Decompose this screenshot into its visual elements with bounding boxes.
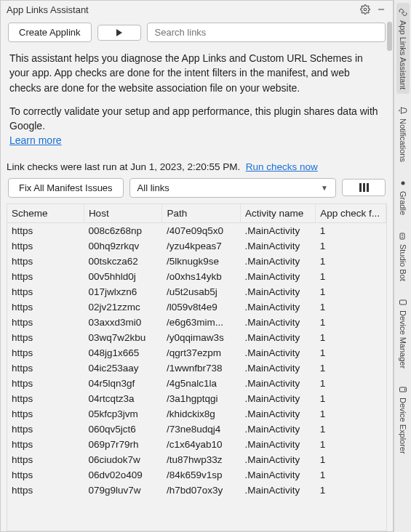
table-row[interactable]: https048jg1x665/qgrt37ezpm.MainActivity1 (7, 345, 386, 360)
gradle-icon (398, 178, 408, 188)
links-filter-select[interactable]: All links ▼ (129, 178, 336, 198)
search-input[interactable] (155, 27, 378, 38)
links-table: Scheme Host Path Activity name App check… (7, 204, 386, 498)
cell-path: /73ne8udqj4 (162, 422, 241, 437)
cell-check: 1 (316, 299, 386, 315)
cell-path: /tu87hwp33z (162, 452, 241, 467)
cell-scheme: https (7, 222, 84, 238)
cell-activity: .MainActivity (240, 422, 315, 437)
cell-host: 03axxd3mi0 (84, 315, 162, 330)
table-row[interactable]: https069p7r79rh/c1x64yab10.MainActivity1 (7, 437, 386, 452)
cell-scheme: https (7, 299, 84, 315)
col-scheme[interactable]: Scheme (7, 204, 84, 223)
cell-scheme: https (7, 437, 84, 452)
cell-activity: .MainActivity (240, 315, 315, 330)
rail-device-manager[interactable]: Device Manager (396, 293, 410, 373)
col-host[interactable]: Host (84, 204, 162, 223)
cell-check: 1 (316, 269, 386, 284)
titlebar: App Links Assistant (1, 1, 393, 18)
cell-host: 03wq7w2kbu (84, 330, 162, 345)
learn-more-link[interactable]: Learn more (9, 134, 62, 146)
run-checks-link[interactable]: Run checks now (246, 161, 318, 172)
cell-host: 017jwlxzn6 (84, 284, 162, 299)
table-row[interactable]: https00v5hhld0j/o0xhs14ykb.MainActivity1 (7, 269, 386, 284)
fix-manifest-button[interactable]: Fix All Manifest Issues (8, 178, 124, 198)
table-row[interactable]: https00hq9zrkqv/yzu4kpeas7.MainActivity1 (7, 238, 386, 254)
cell-scheme: https (7, 330, 84, 345)
run-button[interactable] (97, 25, 141, 41)
table-row[interactable]: https03axxd3mi0/e6g63mim....MainActivity… (7, 315, 386, 330)
cell-path: /e6g63mim... (162, 315, 241, 330)
cell-scheme: https (7, 345, 84, 360)
cell-check: 1 (316, 360, 386, 376)
columns-button[interactable] (342, 179, 386, 196)
svg-point-4 (402, 235, 402, 235)
description-block: This assistant helps you diagnose the Ap… (1, 47, 393, 157)
devices-icon (398, 297, 408, 307)
rail-label: Notifications (399, 118, 407, 162)
cell-host: 048jg1x665 (84, 345, 162, 360)
cell-check: 1 (316, 376, 386, 391)
table-row[interactable]: https00tskcza62/5lknugk9se.MainActivity1 (7, 254, 386, 269)
cell-path: /y0qqimaw3s (162, 330, 241, 345)
rail-studio-bot[interactable]: Studio Bot (396, 227, 410, 286)
table-row[interactable]: https060qv5jct6/73ne8udqj4.MainActivity1 (7, 422, 386, 437)
cell-check: 1 (316, 345, 386, 360)
cell-check: 1 (316, 238, 386, 254)
cell-scheme: https (7, 467, 84, 483)
table-row[interactable]: https03wq7w2kbu/y0qqimaw3s.MainActivity1 (7, 330, 386, 345)
rail-gradle[interactable]: Gradle (396, 174, 410, 219)
col-path[interactable]: Path (162, 204, 241, 223)
cell-path: /1wwnfbr738 (162, 360, 241, 376)
toolbar: Create Applink (1, 18, 393, 47)
scrollbar-thumb[interactable] (387, 22, 392, 51)
cell-activity: .MainActivity (240, 299, 315, 315)
table-row[interactable]: https02jv21zzmc/l059v8t4e9.MainActivity1 (7, 299, 386, 315)
minimize-icon[interactable] (375, 4, 387, 15)
rail-device-explorer[interactable]: Device Explorer (396, 380, 410, 459)
col-activity[interactable]: Activity name (240, 204, 315, 223)
cell-activity: .MainActivity (240, 254, 315, 269)
table-row[interactable]: https04ic253aay/1wwnfbr738.MainActivity1 (7, 360, 386, 376)
search-input-wrap[interactable] (147, 23, 386, 42)
cell-activity: .MainActivity (240, 330, 315, 345)
gear-icon[interactable] (359, 4, 371, 15)
cell-path: /h7bd07ox3y (162, 483, 241, 498)
cell-path: /khidckix8g (162, 406, 241, 422)
cell-host: 079g9luv7w (84, 483, 162, 498)
cell-scheme: https (7, 452, 84, 467)
cell-scheme: https (7, 422, 84, 437)
cell-host: 069p7r79rh (84, 437, 162, 452)
cell-activity: .MainActivity (240, 238, 315, 254)
cell-activity: .MainActivity (240, 376, 315, 391)
rail-notifications[interactable]: Notifications (396, 101, 410, 166)
table-header-row: Scheme Host Path Activity name App check… (7, 204, 386, 223)
table-row[interactable]: https008c6z68np/407e09q5x0.MainActivity1 (7, 222, 386, 238)
table-row[interactable]: https06dv02o409/84k659v1sp.MainActivity1 (7, 467, 386, 483)
rail-app-links[interactable]: App Links Assistant (396, 3, 410, 94)
cell-check: 1 (316, 284, 386, 299)
cell-scheme: https (7, 360, 84, 376)
cell-activity: .MainActivity (240, 452, 315, 467)
table-row[interactable]: https04r5lqn3gf/4g5nalc1la.MainActivity1 (7, 376, 386, 391)
cell-check: 1 (316, 391, 386, 406)
cell-host: 008c6z68np (84, 222, 162, 238)
cell-scheme: https (7, 254, 84, 269)
cell-host: 05kfcp3jvm (84, 406, 162, 422)
table-row[interactable]: https079g9luv7w/h7bd07ox3y.MainActivity1 (7, 483, 386, 498)
table-row[interactable]: https06ciudok7w/tu87hwp33z.MainActivity1 (7, 452, 386, 467)
col-app-check[interactable]: App check f... (316, 204, 386, 223)
cell-host: 00v5hhld0j (84, 269, 162, 284)
cell-path: /407e09q5x0 (162, 222, 241, 238)
table-row[interactable]: https05kfcp3jvm/khidckix8g.MainActivity1 (7, 406, 386, 422)
table-row[interactable]: https04rtcqtz3a/3a1hgptqgi.MainActivity1 (7, 391, 386, 406)
cell-path: /c1x64yab10 (162, 437, 241, 452)
table-row[interactable]: https017jwlxzn6/u5t2usab5j.MainActivity1 (7, 284, 386, 299)
cell-activity: .MainActivity (240, 284, 315, 299)
chevron-down-icon: ▼ (321, 184, 328, 192)
create-applink-button[interactable]: Create Applink (8, 23, 92, 42)
cell-host: 04r5lqn3gf (84, 376, 162, 391)
panel-title: App Links Assistant (7, 4, 355, 15)
cell-scheme: https (7, 315, 84, 330)
app-links-panel: App Links Assistant Create Applink This … (0, 0, 394, 532)
